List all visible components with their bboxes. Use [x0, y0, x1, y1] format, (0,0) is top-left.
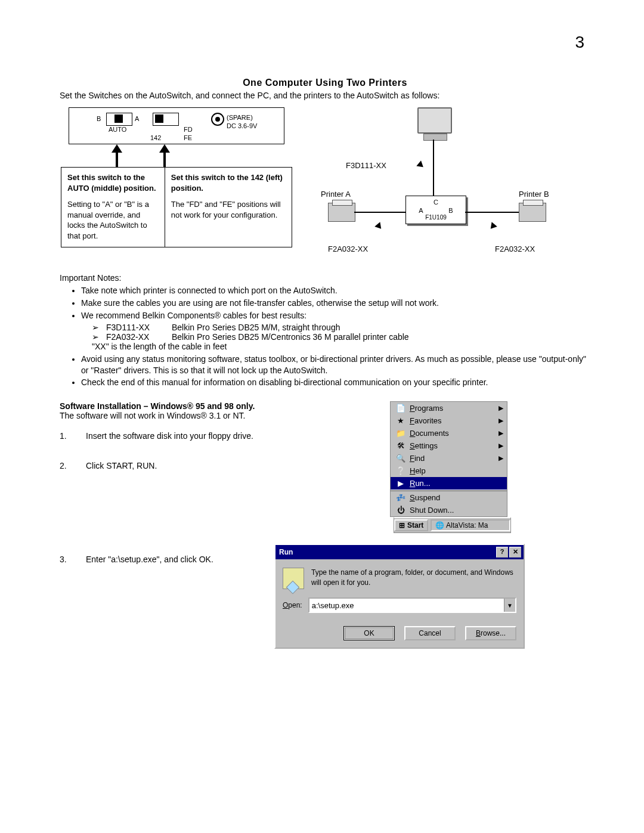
- switch-diagram: B A AUTO FD 142 FE (SPARE) DC 3.6-9V Set…: [60, 107, 292, 247]
- mode-slider: [153, 113, 179, 126]
- programs-icon: 📄: [395, 404, 406, 413]
- ie-icon: 🌐: [435, 521, 444, 529]
- cancel-button[interactable]: Cancel: [404, 626, 456, 640]
- menu-item-programs[interactable]: 📄Programs▶: [391, 402, 507, 414]
- dropdown-button[interactable]: ▼: [504, 599, 515, 612]
- open-combobox[interactable]: ▼: [308, 597, 516, 613]
- note-item: We recommend Belkin Components® cables f…: [81, 310, 590, 321]
- note-item: Check the end of this manual for informa…: [81, 377, 590, 388]
- open-input[interactable]: [309, 599, 504, 612]
- cable-label-br: F2A032-XX: [495, 244, 535, 253]
- power-jack-icon: [211, 113, 224, 126]
- run-dialog: Run ? ✕ Type the name of a program, fold…: [274, 544, 525, 649]
- run-icon: ▶: [395, 479, 406, 488]
- help-icon: ❔: [395, 466, 406, 475]
- switch-note-left: Set this switch to the AUTO (middle) pos…: [61, 167, 165, 247]
- chevron-right-icon: ▶: [499, 429, 503, 437]
- start-menu: 📄Programs▶ ★Favorites▶ 📁Documents▶ 🛠Sett…: [390, 401, 507, 517]
- menu-item-favorites[interactable]: ★Favorites▶: [391, 414, 507, 427]
- cable-label-bl: F2A032-XX: [328, 244, 368, 253]
- help-button[interactable]: ?: [496, 547, 508, 558]
- printer-b-label: Printer B: [519, 190, 549, 199]
- run-dialog-icon: [283, 568, 304, 589]
- menu-item-settings[interactable]: 🛠Settings▶: [391, 439, 507, 452]
- menu-item-find[interactable]: 🔍Find▶: [391, 452, 507, 465]
- menu-item-documents[interactable]: 📁Documents▶: [391, 427, 507, 439]
- cable-rec: ➢F2A032-XXBelkin Pro Series DB25 M/Centr…: [92, 332, 590, 342]
- step-2: 2.Click START, RUN.: [60, 461, 394, 470]
- windows-logo-icon: ⊞: [399, 521, 405, 529]
- menu-item-run[interactable]: ▶Run...: [391, 477, 507, 490]
- note-item: Avoid using any status monitoring softwa…: [81, 354, 590, 376]
- menu-item-suspend[interactable]: 💤Suspend: [391, 491, 507, 504]
- label-dc: DC 3.6-9V: [227, 122, 257, 129]
- label-spare: (SPARE): [227, 114, 253, 121]
- printer-icon: [328, 203, 355, 222]
- intro-text: Set the Switches on the AutoSwitch, and …: [60, 91, 590, 100]
- section-title: One Computer Using Two Printers: [60, 78, 590, 88]
- label-fe: FE: [184, 134, 192, 141]
- suspend-icon: 💤: [395, 493, 406, 502]
- find-icon: 🔍: [395, 454, 406, 463]
- label-142: 142: [150, 134, 161, 141]
- notes-heading: Important Notes:: [60, 273, 590, 283]
- documents-icon: 📁: [395, 429, 406, 438]
- note-item: Take note which printer is connected to …: [81, 285, 590, 296]
- software-heading: Software Installation – Windows® 95 and …: [60, 401, 394, 411]
- favorites-icon: ★: [395, 416, 406, 425]
- software-subtext: The software will not work in Windows® 3…: [60, 411, 394, 420]
- label-fd: FD: [184, 126, 193, 133]
- computer-icon: [417, 107, 452, 134]
- menu-item-shutdown[interactable]: ⏻Shut Down...: [391, 504, 507, 516]
- browse-button[interactable]: Browse...: [465, 626, 516, 640]
- step-1: 1.Insert the software disk into your flo…: [60, 431, 394, 441]
- page-number: 3: [575, 33, 584, 52]
- menu-item-help[interactable]: ❔Help: [391, 465, 507, 477]
- note-item: Make sure the cables you are using are n…: [81, 298, 590, 309]
- chevron-right-icon: ▶: [499, 404, 503, 412]
- chevron-right-icon: ▶: [499, 454, 503, 462]
- cable-footer: "XX" is the length of the cable in feet: [92, 342, 590, 351]
- start-button[interactable]: ⊞Start: [394, 519, 428, 531]
- chevron-right-icon: ▶: [499, 442, 503, 450]
- close-button[interactable]: ✕: [509, 547, 521, 558]
- label-a: A: [135, 115, 139, 122]
- shutdown-icon: ⏻: [395, 506, 406, 515]
- switch-note-right: Set this switch to the 142 (left) positi…: [165, 167, 292, 247]
- label-b: B: [97, 115, 101, 122]
- ok-button[interactable]: OK: [343, 626, 395, 640]
- dialog-title: Run: [279, 548, 293, 556]
- arrow-icon: [159, 144, 170, 167]
- taskbar: ⊞Start 🌐 AltaVista: Ma: [394, 517, 511, 533]
- arrow-icon: [112, 144, 122, 167]
- step-3: 3.Enter "a:\setup.exe", and click OK.: [60, 555, 274, 564]
- taskbar-button[interactable]: 🌐 AltaVista: Ma: [431, 519, 510, 531]
- dialog-message: Type the name of a program, folder, or d…: [311, 568, 516, 589]
- cable-label-top: F3D111-XX: [346, 161, 386, 170]
- printer-a-label: Printer A: [321, 190, 351, 199]
- set-switch-142: Set this switch to the: [171, 173, 251, 182]
- printer-icon: [519, 203, 546, 222]
- open-label: Open:: [283, 601, 302, 609]
- autoswitch-hub: C AB F1U109: [405, 196, 466, 224]
- chevron-right-icon: ▶: [499, 417, 503, 425]
- settings-icon: 🛠: [395, 441, 406, 450]
- cable-rec: ➢F3D111-XXBelkin Pro Series DB25 M/M, st…: [92, 323, 590, 332]
- auto-slider: [106, 113, 132, 126]
- label-auto: AUTO: [109, 126, 126, 133]
- connection-diagram: F3D111-XX C AB F1U109 Printer A Printer …: [316, 107, 578, 262]
